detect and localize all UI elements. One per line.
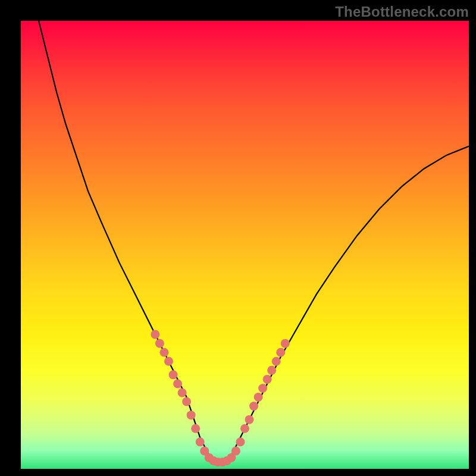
curve-marker bbox=[155, 339, 164, 348]
curve-marker bbox=[281, 339, 290, 348]
watermark-text: TheBottleneck.com bbox=[335, 4, 469, 20]
curve-marker bbox=[191, 424, 200, 433]
curve-marker bbox=[173, 379, 182, 388]
curve-markers bbox=[151, 330, 289, 467]
curve-marker bbox=[159, 348, 168, 357]
plot-area bbox=[21, 21, 469, 469]
curve-svg bbox=[21, 21, 469, 469]
curve-marker bbox=[169, 370, 178, 379]
curve-marker bbox=[151, 330, 159, 339]
curve-marker bbox=[236, 437, 245, 446]
curve-marker bbox=[178, 388, 187, 397]
curve-marker bbox=[245, 415, 254, 424]
curve-marker bbox=[276, 348, 285, 357]
curve-marker bbox=[249, 402, 258, 411]
bottleneck-curve bbox=[39, 21, 469, 462]
curve-marker bbox=[267, 366, 276, 375]
curve-marker bbox=[182, 397, 191, 406]
curve-marker bbox=[231, 446, 240, 455]
chart-frame: TheBottleneck.com bbox=[0, 0, 476, 476]
curve-marker bbox=[272, 357, 281, 366]
curve-marker bbox=[196, 437, 205, 446]
curve-marker bbox=[254, 393, 263, 402]
curve-marker bbox=[263, 375, 272, 384]
curve-marker bbox=[258, 384, 267, 393]
curve-marker bbox=[164, 357, 173, 366]
curve-marker bbox=[240, 424, 249, 433]
curve-marker bbox=[187, 411, 196, 419]
